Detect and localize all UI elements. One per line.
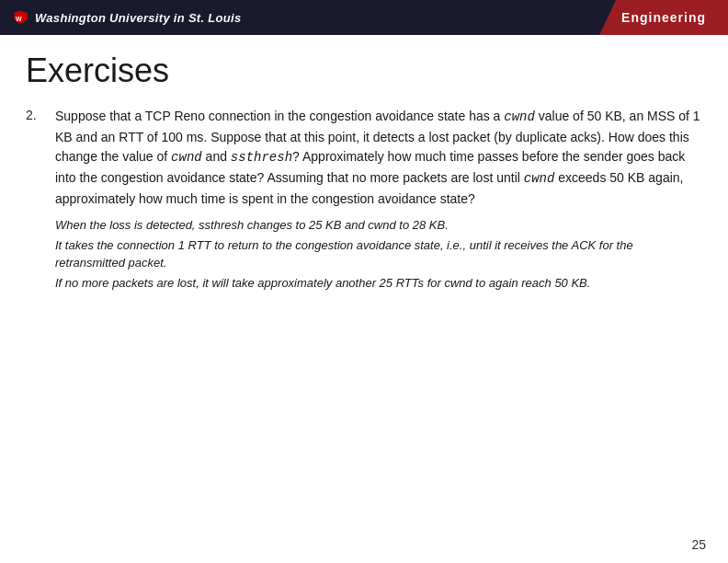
university-name: Washington University in St. Louis [35, 11, 241, 25]
main-content: Exercises 2. Suppose that a TCP Reno con… [0, 35, 728, 319]
engineering-badge: Engineering [599, 0, 728, 35]
svg-text:W: W [16, 16, 22, 22]
header: W Washington University in St. Louis Eng… [0, 0, 728, 35]
exercise-number: 2. [26, 107, 44, 293]
answer-block: When the loss is detected, ssthresh chan… [55, 216, 702, 292]
page-title: Exercises [26, 52, 702, 90]
engineering-label: Engineering [621, 10, 706, 25]
cwnd-inline-1: cwnd [504, 109, 535, 124]
wustl-shield-icon: W [11, 8, 29, 27]
exercise-content: Suppose that a TCP Reno connection in th… [55, 107, 702, 293]
cwnd-inline-2: cwnd [171, 150, 202, 165]
answer-line-2: It takes the connection 1 RTT to return … [55, 236, 702, 272]
cwnd-inline-3: cwnd [524, 171, 555, 186]
page-number: 25 [691, 537, 706, 552]
answer-line-3: If no more packets are lost, it will tak… [55, 274, 702, 293]
logo-area: W Washington University in St. Louis [0, 0, 241, 35]
question-text: Suppose that a TCP Reno connection in th… [55, 107, 702, 209]
answer-line-1: When the loss is detected, ssthresh chan… [55, 216, 702, 235]
exercise-2: 2. Suppose that a TCP Reno connection in… [26, 107, 702, 293]
ssthresh-inline-1: ssthresh [231, 150, 292, 165]
